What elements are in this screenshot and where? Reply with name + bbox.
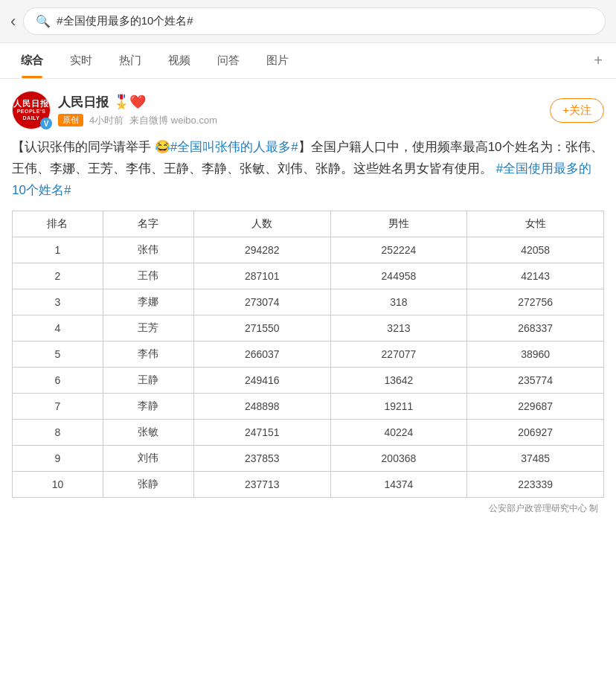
table-cell: 王伟	[103, 263, 193, 289]
table-cell: 268337	[467, 315, 604, 341]
table-cell: 7	[13, 393, 103, 419]
hashtag1[interactable]: #全国叫张伟的人最多#	[170, 140, 298, 154]
search-bar: ‹ 🔍 #全国使用最多的10个姓名#	[0, 0, 616, 43]
table-cell: 206927	[467, 419, 604, 445]
table-row: 4王芳2715503213268337	[13, 315, 604, 341]
table-cell: 张静	[103, 471, 193, 497]
author-name-row: 人民日报 🎖️❤️	[58, 94, 550, 111]
table-cell: 3	[13, 289, 103, 315]
post-content: 【认识张伟的同学请举手 😂#全国叫张伟的人最多#】全国户籍人口中，使用频率最高1…	[12, 137, 604, 202]
table-cell: 5	[13, 341, 103, 367]
tab-问答[interactable]: 问答	[204, 43, 253, 78]
table-cell: 273074	[193, 289, 330, 315]
table-row: 8张敏24715140224206927	[13, 419, 604, 445]
col-header-male: 男性	[330, 211, 467, 237]
table-cell: 252224	[330, 237, 467, 263]
table-cell: 272756	[467, 289, 604, 315]
author-info: 人民日报 🎖️❤️ 原创 4小时前 来自微博 weibo.com	[58, 94, 550, 127]
table-cell: 271550	[193, 315, 330, 341]
table-footer: 公安部户政管理研究中心 制	[12, 498, 604, 522]
col-header-count: 人数	[193, 211, 330, 237]
content-part1: 【认识张伟的同学请举手 😂	[12, 140, 170, 154]
table-cell: 37485	[467, 445, 604, 471]
search-query-text: #全国使用最多的10个姓名#	[57, 14, 193, 28]
table-cell: 19211	[330, 393, 467, 419]
table-cell: 38960	[467, 341, 604, 367]
avatar-wrap: 人民日报 PEOPLE'S DAILY V	[12, 91, 51, 129]
table-cell: 247151	[193, 419, 330, 445]
table-row: 5李伟26603722707738960	[13, 341, 604, 367]
table-cell: 李静	[103, 393, 193, 419]
table-cell: 40224	[330, 419, 467, 445]
search-input-wrap[interactable]: 🔍 #全国使用最多的10个姓名#	[23, 7, 606, 35]
col-header-female: 女性	[467, 211, 604, 237]
tab-add-button[interactable]: +	[588, 45, 609, 77]
table-cell: 9	[13, 445, 103, 471]
table-cell: 266037	[193, 341, 330, 367]
table-cell: 223339	[467, 471, 604, 497]
table-cell: 李伟	[103, 341, 193, 367]
table-cell: 287101	[193, 263, 330, 289]
table-cell: 318	[330, 289, 467, 315]
table-row: 6王静24941613642235774	[13, 367, 604, 393]
author-meta: 原创 4小时前 来自微博 weibo.com	[58, 114, 550, 127]
source: 来自微博 weibo.com	[129, 114, 217, 127]
table-cell: 8	[13, 419, 103, 445]
table-cell: 6	[13, 367, 103, 393]
table-cell: 200368	[330, 445, 467, 471]
table-cell: 227077	[330, 341, 467, 367]
author-name: 人民日报	[58, 94, 109, 111]
names-table: 排名 名字 人数 男性 女性 1张伟294282252224420582王伟28…	[12, 211, 604, 498]
time-ago: 4小时前	[89, 114, 123, 127]
col-header-name: 名字	[103, 211, 193, 237]
table-cell: 237853	[193, 445, 330, 471]
table-cell: 249416	[193, 367, 330, 393]
table-cell: 294282	[193, 237, 330, 263]
table-header-row: 排名 名字 人数 男性 女性	[13, 211, 604, 237]
table-cell: 刘伟	[103, 445, 193, 471]
table-cell: 李娜	[103, 289, 193, 315]
table-cell: 张敏	[103, 419, 193, 445]
table-cell: 张伟	[103, 237, 193, 263]
table-cell: 14374	[330, 471, 467, 497]
table-cell: 42058	[467, 237, 604, 263]
medal-icons: 🎖️❤️	[113, 94, 146, 110]
tab-热门[interactable]: 热门	[106, 43, 155, 78]
follow-button[interactable]: +关注	[550, 98, 604, 123]
verified-badge: V	[40, 118, 52, 129]
table-row: 2王伟28710124495842143	[13, 263, 604, 289]
table-cell: 237713	[193, 471, 330, 497]
table-cell: 10	[13, 471, 103, 497]
table-cell: 1	[13, 237, 103, 263]
table-cell: 2	[13, 263, 103, 289]
table-cell: 4	[13, 315, 103, 341]
back-button[interactable]: ‹	[10, 12, 16, 31]
table-cell: 王芳	[103, 315, 193, 341]
tab-图片[interactable]: 图片	[253, 43, 302, 78]
table-row: 9刘伟23785320036837485	[13, 445, 604, 471]
table-cell: 42143	[467, 263, 604, 289]
tab-综合[interactable]: 综合	[7, 43, 57, 78]
tab-实时[interactable]: 实时	[57, 43, 106, 78]
table-row: 1张伟29428225222442058	[13, 237, 604, 263]
col-header-rank: 排名	[13, 211, 103, 237]
table-cell: 244958	[330, 263, 467, 289]
table-row: 10张静23771314374223339	[13, 471, 604, 497]
table-cell: 229687	[467, 393, 604, 419]
search-icon: 🔍	[36, 14, 51, 28]
table-cell: 13642	[330, 367, 467, 393]
table-cell: 248898	[193, 393, 330, 419]
tab-视频[interactable]: 视频	[155, 43, 204, 78]
table-cell: 3213	[330, 315, 467, 341]
table-cell: 王静	[103, 367, 193, 393]
table-cell: 235774	[467, 367, 604, 393]
original-badge: 原创	[58, 114, 83, 126]
tab-bar: 综合 实时 热门 视频 问答 图片 +	[0, 43, 616, 79]
post-card: 人民日报 PEOPLE'S DAILY V 人民日报 🎖️❤️ 原创 4小时前 …	[0, 79, 616, 522]
table-row: 7李静24889819211229687	[13, 393, 604, 419]
table-row: 3李娜273074318272756	[13, 289, 604, 315]
author-row: 人民日报 PEOPLE'S DAILY V 人民日报 🎖️❤️ 原创 4小时前 …	[12, 91, 604, 129]
